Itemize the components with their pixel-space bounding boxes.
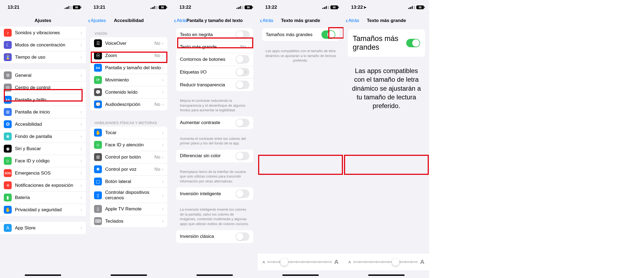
row-zoom[interactable]: ⦿ZoomNo› [90,49,167,62]
row-aumentar-contraste[interactable]: Aumentar contraste [176,116,253,129]
row-apple-tv-remote[interactable]: ▯Apple TV Remote› [90,203,167,215]
slider-knob[interactable] [392,258,399,266]
description: Las apps compatibles con el tamaño de le… [258,46,343,65]
row-icon: ⊟ [4,84,12,91]
toggle[interactable] [236,30,249,39]
text-size-slider[interactable]: A A [343,254,429,270]
row-control-por-bot-n[interactable]: ⊞Control por botónNo› [90,151,167,163]
row-control-por-voz[interactable]: ✱Control por vozNo› [90,163,167,175]
slider-track[interactable] [268,261,332,263]
row-reducir-transparencia[interactable]: Reducir transparencia [176,78,253,91]
row-bot-n-lateral[interactable]: ▢Botón lateral› [90,175,167,188]
back-button[interactable]: ‹Ajustes [88,17,106,24]
toggle[interactable] [236,232,249,241]
row-label: Batería [15,195,80,200]
slider-max-icon: A [420,258,424,266]
row-pantalla-de-inicio[interactable]: ⊞Pantalla de inicio› [0,106,86,118]
toggle[interactable] [236,68,249,76]
toggle[interactable] [236,55,249,64]
toggle[interactable] [236,81,249,89]
battery-icon: 96 [159,5,166,9]
wifi-icon: 􀙇 [70,5,72,10]
row-diferenciar-sin-color[interactable]: Diferenciar sin color [176,150,253,162]
row-notificaciones-de-exposici-n[interactable]: ☣Notificaciones de exposición› [0,179,86,191]
toggle[interactable] [236,152,249,160]
nav-bar: ‹Atrás Texto más grande [343,15,429,27]
row-app-store[interactable]: AApp Store› [0,222,86,234]
row-centro-de-control[interactable]: ⊟Centro de control› [0,81,86,94]
back-button[interactable]: ‹Atrás [174,17,187,24]
row-teclados[interactable]: ⌨Teclados› [90,215,167,227]
row-bater-a[interactable]: ▮Batería› [0,191,86,204]
row-label: Diferenciar sin color [180,153,236,159]
footnote: Mejora el contraste reduciendo la transp… [172,97,258,116]
row-audiodescripci-n[interactable]: 💬AudiodescripciónNo› [90,98,167,110]
status-time: 13:22 [179,5,191,10]
row-icon: ♪ [4,29,12,37]
row-tamanos-mas-grandes[interactable]: Tamaños más grandes [348,29,425,57]
row-label: Audiodescripción [105,102,154,107]
row-value: No [154,167,160,172]
row-general[interactable]: ⚙General› [0,69,86,81]
toggle-tamanos-grandes[interactable] [321,30,335,39]
status-bar: 13:22➤ 􀙇 96 [343,0,429,15]
chevron-right-icon: › [80,170,82,176]
toggle[interactable] [236,119,249,127]
row-face-id-y-atenci-n[interactable]: ☺Face ID y atención› [90,139,167,151]
back-button[interactable]: ‹Atrás [346,17,359,24]
row-pantalla-y-tama-o-del-texto[interactable]: AAPantalla y tamaño del texto› [90,62,167,74]
row-modos-de-concentraci-n[interactable]: ☾Modos de concentración› [0,39,86,51]
row-inversi-n-inteligente[interactable]: Inversión inteligente [176,187,253,200]
page-title: Texto más grande [281,18,320,23]
signal-icon [236,6,241,9]
slider-knob[interactable] [280,258,288,266]
chevron-right-icon: › [162,77,164,83]
row-movimiento[interactable]: ⟳Movimiento› [90,74,167,86]
row-controlar-dispositivos-cercanos[interactable]: ▯Controlar dispositivos cercanos› [90,188,167,203]
chevron-right-icon: › [80,85,82,90]
row-tamanos-mas-grandes[interactable]: Tamaños más grandes [262,28,339,41]
panel-pantalla-texto: 13:22 􀙇 96 ‹Atrás Pantalla y tamaño del … [172,0,258,278]
row-label: Tiempo de uso [15,55,80,60]
toggle[interactable] [236,189,249,198]
slider-min-icon: A [348,260,351,264]
panel-ajustes: 13:21 􀙇 96 Ajustes ♪Sonidos y vibracione… [0,0,86,278]
home-indicator [111,274,147,276]
text-size-slider[interactable]: A A [258,254,343,270]
row-contornos-de-botones[interactable]: Contornos de botones [176,53,253,66]
row-face-id-y-c-digo[interactable]: ☺Face ID y código› [0,155,86,167]
signal-icon [151,6,155,9]
row-texto-m-s-grande[interactable]: Texto más grandeNo› [176,41,253,53]
home-indicator [25,274,61,276]
row-pantalla-y-brillo[interactable]: AAPantalla y brillo› [0,94,86,106]
status-time: 13:21 [8,5,19,10]
home-indicator [282,274,319,276]
row-tiempo-de-uso[interactable]: ⌛Tiempo de uso› [0,51,86,63]
row-tocar[interactable]: ✋Tocar› [90,127,167,139]
footnote: La inversión inteligente invierte los co… [172,206,258,230]
chevron-right-icon: › [162,130,164,135]
back-button[interactable]: ‹Atrás [260,17,273,24]
panel-texto-grande-big: 13:22➤ 􀙇 96 ‹Atrás Texto más grande Tama… [343,0,429,278]
row-value: No [154,154,160,160]
row-accesibilidad[interactable]: ✪Accesibilidad› [0,118,86,130]
row-label: Contornos de botones [180,57,236,62]
chevron-right-icon: › [162,65,164,71]
row-voiceover[interactable]: ☰VoiceOverNo› [90,37,167,49]
toggle-tamanos-grandes[interactable] [406,39,420,47]
row-siri-y-buscar[interactable]: ◉Siri y Buscar› [0,143,86,155]
row-contenido-le-do[interactable]: 💬Contenido leído› [90,86,167,98]
chevron-right-icon: › [80,146,82,151]
row-label: Pantalla y brillo [15,97,80,103]
row-etiquetas-i-o[interactable]: Etiquetas I/O [176,66,253,78]
row-emergencia-sos[interactable]: SOSEmergencia SOS› [0,167,86,179]
slider-track[interactable] [354,261,417,263]
row-fondo-de-pantalla[interactable]: ❀Fondo de pantalla› [0,130,86,143]
row-inversi-n-cl-sica[interactable]: Inversión clásica [176,230,253,243]
row-texto-en-negrita[interactable]: Texto en negrita [176,28,253,41]
row-icon: AA [94,64,102,72]
row-privacidad-y-seguridad[interactable]: ✋Privacidad y seguridad› [0,204,86,216]
row-sonidos-y-vibraciones[interactable]: ♪Sonidos y vibraciones› [0,27,86,39]
status-bar: 13:21 􀙇 96 [86,0,172,15]
row-label: Controlar dispositivos cercanos [105,190,162,201]
